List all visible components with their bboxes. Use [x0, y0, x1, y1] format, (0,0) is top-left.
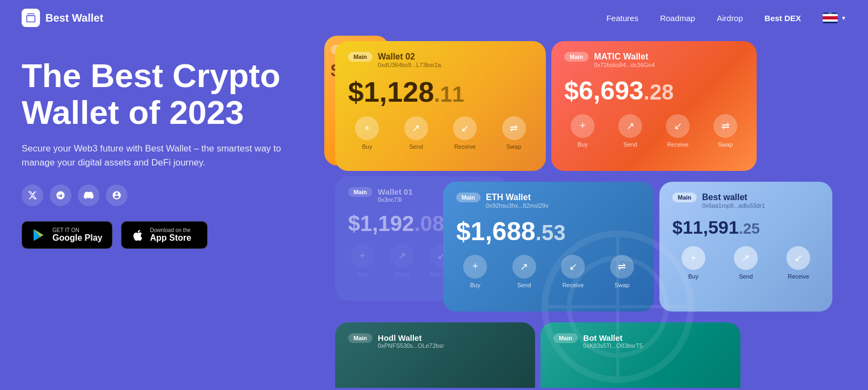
hodl-addr: 0xPNFS530s...OLe72bsr	[378, 342, 522, 349]
nav-airdrop[interactable]: Airdrop	[717, 14, 743, 23]
logo-text: Best Wallet	[45, 12, 103, 24]
social-x[interactable]	[22, 184, 43, 206]
action-swap[interactable]: ⇌ Swap	[502, 116, 526, 150]
eth-addr: 0x92hsu3hx...82msl29v	[486, 202, 641, 209]
logo[interactable]: Best Wallet	[22, 9, 103, 27]
social-discord[interactable]	[78, 184, 99, 206]
google-play-text: GET IT ON Google Play	[52, 227, 102, 243]
wallet02-balance: $1,128.11	[348, 77, 533, 108]
best-name: Best wallet	[702, 193, 819, 202]
hero-left: The Best Crypto Wallet of 2023 Secure yo…	[22, 36, 324, 388]
best-addr: 0x6aa1rop9...adlu53dr1	[702, 202, 819, 209]
nav-features[interactable]: Features	[606, 14, 638, 23]
google-play-icon	[32, 228, 47, 243]
wallet-card-matic: Main MATIC Wallet 0x72bsks84...ds36Gn4 $…	[551, 41, 757, 171]
badge-eth: Main	[456, 193, 480, 202]
action-send[interactable]: ↗ Send	[404, 116, 428, 150]
hero-title: The Best Crypto Wallet of 2023	[22, 57, 324, 131]
apple-icon	[131, 229, 144, 242]
wallet02-addr: 0xdU364bs9...L73bsr2a	[378, 62, 533, 68]
matic-swap[interactable]: ⇌ Swap	[713, 114, 737, 148]
logo-icon	[22, 9, 40, 27]
wallet02-name: Wallet 02	[378, 52, 533, 62]
hodl-name: Hodl Wallet	[378, 333, 522, 342]
hero-section: The Best Crypto Wallet of 2023 Secure yo…	[0, 36, 868, 388]
badge-best: Main	[672, 193, 697, 202]
eth-name: ETH Wallet	[486, 193, 641, 202]
badge-hodl: Main	[348, 333, 372, 343]
nav-bestdex[interactable]: Best DEX	[765, 14, 802, 23]
wallet-card-wallet02: Main Wallet 02 0xdU364bs9...L73bsr2a $1,…	[335, 41, 546, 171]
badge-wallet01: Main	[348, 187, 372, 197]
app-buttons: GET IT ON Google Play Download on the Ap…	[22, 221, 324, 249]
best-receive[interactable]: ↙ Receive	[786, 246, 810, 280]
wallet-card-hodl: Main Hodl Wallet 0xPNFS530s...OLe72bsr	[335, 322, 535, 388]
social-other[interactable]	[106, 184, 128, 206]
matic-send[interactable]: ↗ Send	[618, 114, 642, 148]
eth-buy[interactable]: + Buy	[463, 255, 487, 288]
nav-roadmap[interactable]: Roadmap	[660, 14, 695, 23]
app-store-text: Download on the App Store	[150, 227, 191, 243]
matic-buy[interactable]: + Buy	[571, 114, 595, 148]
matic-receive[interactable]: ↙ Receive	[666, 114, 690, 148]
navbar: Best Wallet Features Roadmap Airdrop Bes…	[0, 0, 868, 36]
action-buy[interactable]: + Buy	[355, 116, 379, 150]
social-telegram[interactable]	[50, 184, 71, 206]
wallet01-buy: + Buy	[351, 244, 375, 277]
action-receive[interactable]: ↙ Receive	[453, 116, 477, 150]
badge-wallet02: Main	[348, 52, 372, 62]
badge-matic: Main	[564, 52, 589, 62]
wallet-cards-area: Main Wallet 02 0xdU364bs9...L73bsr2a $1,…	[324, 36, 846, 388]
google-play-button[interactable]: GET IT ON Google Play	[22, 221, 112, 249]
app-store-button[interactable]: Download on the App Store	[121, 221, 208, 249]
wallet01-send: ↗ Send	[390, 244, 414, 277]
eth-send[interactable]: ↗ Send	[512, 255, 536, 288]
matic-balance: $6,693.28	[564, 77, 744, 105]
matic-addr: 0x72bsks84...ds36Gn4	[594, 62, 744, 68]
hero-subtitle: Secure your Web3 future with Best Wallet…	[22, 142, 292, 169]
language-selector[interactable]: ▼	[823, 12, 846, 23]
nav-links: Features Roadmap Airdrop Best DEX ▼	[606, 12, 846, 23]
lang-dropdown-arrow: ▼	[841, 15, 846, 21]
matic-name: MATIC Wallet	[594, 52, 744, 62]
best-send[interactable]: ↗ Send	[734, 246, 758, 280]
social-icons	[22, 184, 324, 206]
